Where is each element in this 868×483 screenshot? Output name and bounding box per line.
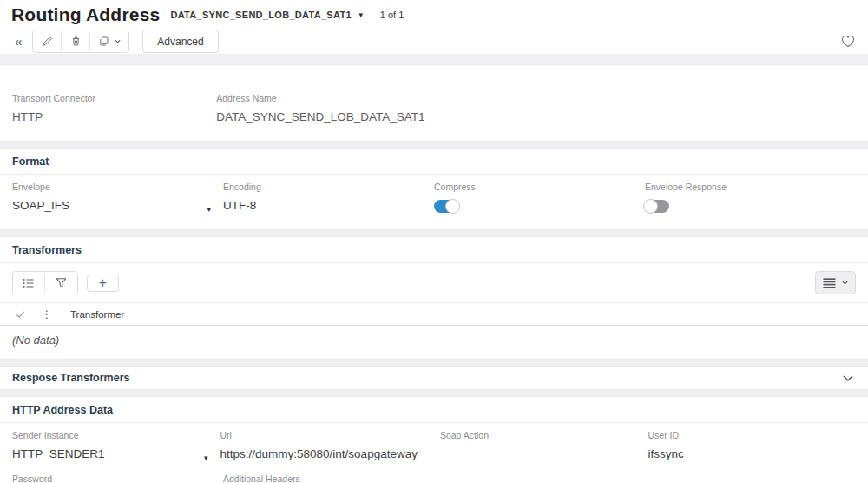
transformers-toolbar: +	[0, 263, 868, 302]
select-all-check-icon[interactable]	[16, 310, 25, 319]
main-toolbar: « Advanced	[11, 30, 857, 53]
field-label: Url	[220, 430, 418, 440]
field-additional-headers: Additional Headers	[223, 473, 434, 483]
transformers-section-header: Transformers	[0, 237, 868, 263]
user-id-value[interactable]: ifssync	[648, 447, 833, 462]
compress-toggle[interactable]	[434, 200, 458, 213]
field-user-id: User ID ifssync	[648, 430, 856, 465]
toggle-knob	[643, 199, 658, 214]
field-label: Additional Headers	[223, 473, 411, 483]
transport-connector-value[interactable]: HTTP	[12, 109, 194, 125]
dropdown-arrow-icon[interactable]: ▾	[207, 205, 211, 214]
title-row: Routing Address DATA_SYNC_SEND_LOB_DATA_…	[11, 4, 857, 25]
response-transformers-header[interactable]: Respose Transformers	[0, 367, 868, 389]
record-selector[interactable]: DATA_SYNC_SEND_LOB_DATA_SAT1 ▼	[170, 10, 364, 20]
envelope-select[interactable]: SOAP_IFS	[12, 198, 201, 214]
filter-funnel-icon	[56, 277, 67, 288]
list-view-icon	[823, 278, 836, 288]
field-envelope-response: Envelope Response	[645, 182, 856, 216]
section-title: Format	[12, 155, 49, 168]
add-transformer-button[interactable]: +	[87, 275, 119, 292]
expand-section-button[interactable]	[840, 373, 856, 383]
collapse-panel-button[interactable]: «	[11, 33, 25, 50]
general-fields: Transport Connector HTTP Address Name DA…	[0, 86, 868, 141]
list-actions-group	[12, 271, 78, 294]
envelope-response-toggle[interactable]	[645, 200, 669, 213]
record-selector-caret-icon[interactable]: ▼	[358, 11, 365, 19]
filter-button[interactable]	[45, 272, 77, 294]
field-label: Encoding	[223, 182, 411, 192]
format-card: Format Envelope SOAP_IFS ▾ Encoding UTF-…	[0, 149, 868, 229]
dropdown-arrow-icon[interactable]: ▾	[204, 453, 208, 462]
field-empty	[645, 473, 856, 483]
record-actions-group	[32, 30, 129, 53]
url-value[interactable]: https://dummy:58080/int/soapgateway	[220, 447, 418, 462]
field-label: Envelope	[12, 182, 201, 192]
field-encoding: Encoding UTF-8	[223, 182, 434, 216]
field-label: Transport Connector	[12, 93, 194, 103]
field-envelope: Envelope SOAP_IFS ▾	[12, 182, 223, 216]
heart-icon	[841, 35, 855, 48]
no-data-row: (No data)	[0, 326, 868, 354]
field-url: Url https://dummy:58080/int/soapgateway	[220, 430, 440, 465]
copy-icon	[98, 36, 109, 47]
transformers-card: Transformers +	[0, 237, 868, 359]
view-switcher-button[interactable]	[815, 271, 856, 294]
field-empty	[652, 93, 856, 128]
field-soap-action: Soap Action	[440, 430, 648, 465]
field-label: Address Name	[216, 93, 424, 103]
page-header: Routing Address DATA_SYNC_SEND_LOB_DATA_…	[0, 0, 868, 54]
field-label: User ID	[648, 430, 833, 440]
field-label: Compress	[434, 182, 622, 192]
field-label: Envelope Response	[645, 182, 833, 192]
format-section-header: Format	[0, 149, 868, 175]
advanced-button[interactable]: Advanced	[142, 30, 218, 53]
format-fields: Envelope SOAP_IFS ▾ Encoding UTF-8 Compr…	[0, 175, 868, 229]
record-id[interactable]: DATA_SYNC_SEND_LOB_DATA_SAT1	[170, 10, 351, 20]
chevron-down-icon	[842, 373, 854, 383]
field-label: Sender Instance	[12, 430, 198, 440]
plus-icon: +	[99, 275, 107, 291]
field-label: Soap Action	[440, 430, 626, 440]
address-name-value[interactable]: DATA_SYNC_SEND_LOB_DATA_SAT1	[216, 109, 424, 125]
record-count: 1 of 1	[380, 10, 404, 20]
section-title: Transformers	[12, 244, 82, 256]
edit-button[interactable]	[33, 30, 62, 52]
chevron-down-icon	[841, 279, 849, 287]
http-address-data-card: HTTP Address Data Sender Instance HTTP_S…	[0, 397, 868, 483]
field-compress: Compress	[434, 182, 645, 216]
favorite-button[interactable]	[839, 33, 857, 50]
encoding-value[interactable]: UTF-8	[223, 198, 411, 214]
multiselect-button[interactable]	[13, 272, 45, 294]
field-sender-instance: Sender Instance HTTP_SENDER1 ▾	[12, 430, 220, 465]
trash-icon	[70, 36, 82, 47]
field-empty	[434, 473, 645, 483]
delete-button[interactable]	[62, 30, 90, 52]
http-address-section-header: HTTP Address Data	[0, 397, 868, 423]
column-header-transformer[interactable]: Transformer	[70, 309, 124, 320]
field-transport-connector: Transport Connector HTTP	[12, 93, 216, 128]
chevron-down-icon	[114, 37, 122, 45]
list-select-icon	[23, 278, 35, 288]
double-chevron-left-icon: «	[15, 34, 22, 49]
grid-footer-space	[0, 354, 868, 359]
http-fields-row2: Password •••••••••••••• Additional Heade…	[0, 470, 868, 483]
transformers-grid-header: ⋮ Transformer	[0, 302, 868, 326]
field-password: Password ••••••••••••••	[12, 473, 223, 483]
http-fields-row1: Sender Instance HTTP_SENDER1 ▾ Url https…	[0, 423, 868, 470]
sender-instance-select[interactable]: HTTP_SENDER1	[12, 447, 198, 462]
section-title: HTTP Address Data	[12, 404, 113, 416]
soap-action-value[interactable]	[440, 447, 626, 462]
response-transformers-card: Respose Transformers	[0, 367, 868, 389]
duplicate-button[interactable]	[90, 30, 128, 52]
field-address-name: Address Name DATA_SYNC_SEND_LOB_DATA_SAT…	[216, 93, 447, 128]
field-label: Password	[12, 473, 201, 483]
general-card: Transport Connector HTTP Address Name DA…	[0, 65, 868, 141]
section-title: Respose Transformers	[12, 372, 129, 384]
pencil-icon	[42, 36, 53, 47]
toggle-knob	[445, 199, 460, 214]
field-empty	[448, 93, 652, 128]
page-title: Routing Address	[11, 4, 160, 25]
row-options-kebab-icon[interactable]: ⋮	[42, 310, 52, 319]
